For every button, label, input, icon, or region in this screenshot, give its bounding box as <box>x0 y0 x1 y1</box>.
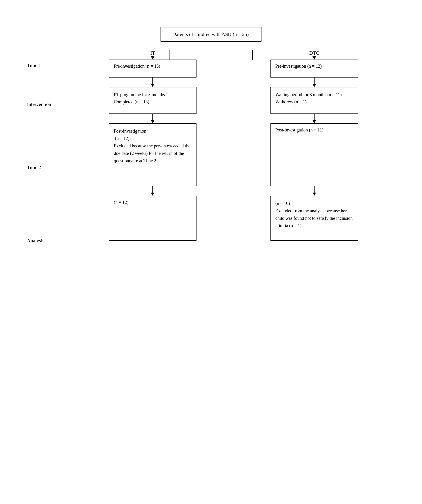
time2-label: Time 2 <box>27 128 72 207</box>
it-top-arrowhead <box>151 56 154 60</box>
dtc-ah3 <box>312 192 316 196</box>
right-drop-final <box>252 50 253 60</box>
it-ah3 <box>151 192 154 196</box>
it-pt-box: PT programme for 3 monthsCompleted (n = … <box>109 87 196 114</box>
it-v3 <box>153 186 153 192</box>
h-line-final <box>128 50 294 50</box>
side-labels: Time 1 Intervention Time 2 Analysis <box>27 50 72 274</box>
it-preinv-box: Pre-investigation (n = 13) <box>109 60 196 78</box>
dtc-v2 <box>314 114 315 120</box>
top-section: Parents of children with ASD (n = 25) <box>27 27 395 50</box>
top-box-final-text: Parents of children with ASD (n = 25) <box>173 31 249 37</box>
top-stem <box>211 42 211 50</box>
it-v1 <box>153 78 153 84</box>
dtc-v1 <box>314 78 315 84</box>
dtc-v3 <box>314 186 315 192</box>
h-line-wrapper <box>128 50 294 50</box>
dtc-analysis-final-box: (n = 10)Excluded from the analysis becau… <box>270 196 358 241</box>
dtc-ah1 <box>312 84 316 87</box>
dtc-col-label: DTC <box>309 50 319 56</box>
two-columns: IT Pre-investigation (n = 13) PT program… <box>72 50 395 274</box>
it-ah2 <box>151 120 154 123</box>
dtc-top-arrowhead <box>312 56 316 60</box>
left-drop-final <box>170 50 170 60</box>
dtc-waiting-box: Waiting period for 3 months (n = 11)With… <box>270 87 358 114</box>
dtc-preinv-box: Pre-investigation (n = 12) <box>270 60 358 78</box>
time1-label: Time 1 <box>27 50 72 81</box>
intervention-label: Intervention <box>27 81 72 128</box>
dtc-column: DTC Pre-investigation (n = 12) Waiting p… <box>234 50 395 274</box>
dtc-postinv-box: Post-investigation (n = 11) <box>270 123 358 186</box>
it-col-label: IT <box>150 50 155 56</box>
it-v2 <box>153 114 153 120</box>
dtc-ah2 <box>312 120 316 123</box>
it-postinv-box: Post-investigation (n = 12)Excluded beca… <box>109 123 196 186</box>
it-column: IT Pre-investigation (n = 13) PT program… <box>72 50 234 274</box>
it-analysis-final-box: (n = 12) <box>109 196 196 241</box>
top-box-final: Parents of children with ASD (n = 25) <box>160 27 262 42</box>
final-diagram: Parents of children with ASD (n = 25) Ti… <box>9 13 413 288</box>
analysis-label: Analysis <box>27 207 72 274</box>
main-grid: Time 1 Intervention Time 2 Analysis IT <box>27 50 395 274</box>
it-ah1 <box>151 84 154 87</box>
